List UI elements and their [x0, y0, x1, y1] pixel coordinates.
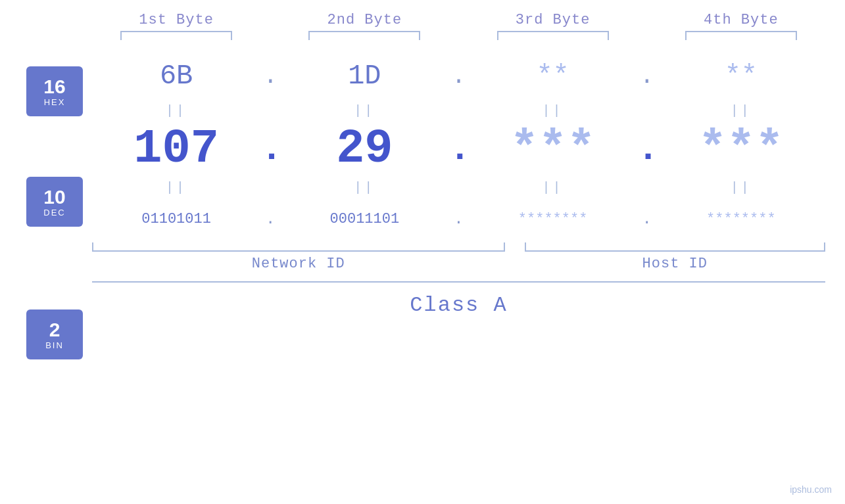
hex-data-row: 6B . 1D . ** . **	[92, 53, 825, 99]
hex-b4: **	[657, 60, 825, 92]
hex-b2: 1D	[280, 60, 448, 92]
bracket-line-b2	[308, 31, 420, 40]
network-id-bracket: Network ID	[92, 242, 505, 272]
host-id-bracket: Host ID	[525, 242, 826, 272]
byte-headers: 1st Byte 2nd Byte 3rd Byte 4th Byte	[0, 0, 845, 28]
dec-dot3: .	[637, 128, 657, 170]
host-right-vert	[824, 242, 825, 252]
watermark: ipshu.com	[790, 484, 832, 495]
host-bracket-lines	[525, 242, 826, 252]
hex-b1: 6B	[92, 60, 260, 92]
dec-b4: ***	[657, 122, 825, 176]
hex-dot1: .	[260, 63, 280, 90]
bin-b2: 00011101	[280, 211, 448, 227]
host-horiz	[526, 250, 825, 252]
network-bracket-lines	[92, 242, 505, 252]
class-label-area: Class A	[0, 281, 845, 321]
content-area: 16 HEX 6B . 1D . ** . ** || || || ||	[0, 53, 845, 321]
dec-b1: 107	[92, 122, 260, 176]
hex-dot2: .	[449, 63, 469, 90]
net-right-vert	[504, 242, 505, 252]
bin-row-area: 01101011 . 00011101 . ******** . *******…	[0, 199, 845, 239]
bin-b3: ********	[469, 211, 637, 227]
bracket-line-b3	[497, 31, 609, 40]
bin-dot3: .	[637, 210, 657, 228]
dec-data-row: 107 . 29 . *** . ***	[92, 122, 825, 176]
byte2-header: 2nd Byte	[280, 12, 448, 28]
bottom-bracket-row: Network ID Host ID	[92, 242, 825, 272]
pipe2-b2: ||	[280, 180, 448, 195]
bin-dot2: .	[449, 210, 469, 228]
dec-b3: ***	[469, 122, 637, 176]
byte3-header: 3rd Byte	[469, 12, 637, 28]
byte1-header: 1st Byte	[92, 12, 260, 28]
dec-dot2: .	[449, 128, 469, 170]
pipe-row-2: || || || ||	[0, 180, 845, 195]
labels-section: Network ID Host ID	[0, 242, 845, 272]
bracket-b3	[469, 31, 637, 40]
bracket-line-b4	[685, 31, 797, 40]
class-label: Class A	[92, 289, 825, 321]
hex-row-area: 6B . 1D . ** . **	[0, 53, 845, 99]
byte4-header: 4th Byte	[657, 12, 825, 28]
pipe1-b2: ||	[280, 103, 448, 118]
pipe1-b4: ||	[657, 103, 825, 118]
pipe1-b3: ||	[469, 103, 637, 118]
top-brackets	[0, 31, 845, 40]
bin-badge-label: BIN	[45, 340, 64, 350]
hex-b3: **	[469, 60, 637, 92]
dec-dot1: .	[260, 128, 280, 170]
hex-dot3: .	[637, 63, 657, 90]
dec-row-area: 107 . 29 . *** . ***	[0, 122, 845, 176]
bin-dot1: .	[260, 210, 280, 228]
host-id-label: Host ID	[642, 256, 708, 272]
bin-badge: 2 BIN	[26, 309, 83, 359]
bin-badge-num: 2	[49, 319, 60, 340]
pipe2-b4: ||	[657, 180, 825, 195]
bin-data-row: 01101011 . 00011101 . ******** . *******…	[92, 199, 825, 239]
main-container: 1st Byte 2nd Byte 3rd Byte 4th Byte 16 H…	[0, 0, 845, 504]
bin-b1: 01101011	[92, 211, 260, 227]
bracket-b2	[280, 31, 448, 40]
bracket-line-b1	[120, 31, 232, 40]
net-horiz	[93, 250, 504, 252]
pipe2-b3: ||	[469, 180, 637, 195]
class-label-line	[92, 281, 825, 283]
pipe1-b1: ||	[92, 103, 260, 118]
dec-b2: 29	[280, 122, 448, 176]
bracket-b1	[92, 31, 260, 40]
bin-b4: ********	[657, 211, 825, 227]
pipe-row-1: || || || ||	[0, 103, 845, 118]
pipe2-b1: ||	[92, 180, 260, 195]
network-id-label: Network ID	[252, 256, 345, 272]
bracket-b4	[657, 31, 825, 40]
